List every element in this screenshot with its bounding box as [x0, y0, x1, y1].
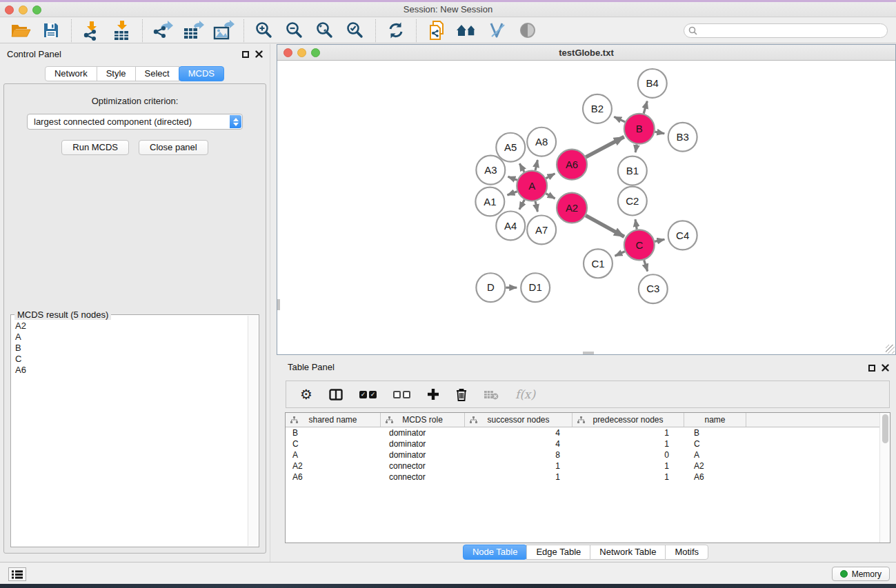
table-cell[interactable]: 1 — [573, 472, 684, 483]
table-cell[interactable]: dominator — [381, 449, 465, 460]
tab-network-table[interactable]: Network Table — [590, 545, 666, 560]
graph-edge-B-B4[interactable] — [644, 101, 647, 114]
memory-button[interactable]: Memory — [832, 567, 890, 581]
network-minimize-button[interactable] — [297, 48, 306, 57]
show-graphics-details-button[interactable] — [484, 19, 511, 42]
table-cell[interactable]: 1 — [573, 438, 684, 449]
tab-network[interactable]: Network — [45, 66, 97, 81]
table-row[interactable]: Adominator80A — [286, 449, 890, 460]
criterion-select[interactable]: largest connected component (directed) — [27, 114, 243, 130]
add-column-button[interactable] — [427, 388, 439, 401]
zoom-window-button[interactable] — [32, 6, 41, 14]
graph-node-A3[interactable]: A3 — [476, 156, 505, 185]
open-session-button[interactable] — [7, 19, 34, 42]
graph-edge-B-B2[interactable] — [614, 116, 625, 122]
graph-edge-A-A5[interactable] — [519, 163, 524, 172]
column-header-predecessor-nodes[interactable]: predecessor nodes — [573, 413, 684, 427]
network-close-button[interactable] — [283, 48, 292, 57]
table-row[interactable]: Cdominator41C — [286, 438, 890, 449]
graph-node-A[interactable]: A — [517, 171, 547, 201]
graph-edge-C-C3[interactable] — [644, 260, 648, 271]
graph-node-A2[interactable]: A2 — [557, 193, 587, 223]
graph-node-A8[interactable]: A8 — [527, 128, 556, 156]
run-mcds-button[interactable]: Run MCDS — [61, 140, 129, 155]
search-input[interactable] — [684, 23, 888, 38]
function-builder-button[interactable]: f(x) — [515, 387, 535, 401]
zoom-selected-button[interactable] — [341, 19, 369, 42]
mcds-list-scrollbar[interactable] — [248, 316, 258, 546]
table-cell[interactable]: A6 — [286, 472, 381, 483]
graph-edge-A2-C[interactable] — [586, 216, 624, 237]
table-cell[interactable]: connector — [381, 472, 465, 483]
zoom-in-button[interactable] — [250, 19, 278, 42]
canvas-left-scroll-nub[interactable] — [277, 299, 280, 310]
table-cell[interactable]: 4 — [465, 438, 573, 449]
mcds-result-item[interactable]: C — [12, 354, 247, 365]
show-panels-list-button[interactable] — [8, 567, 26, 581]
table-cell[interactable]: A6 — [684, 472, 746, 483]
table-cell[interactable]: A — [286, 449, 381, 460]
table-cell[interactable]: C — [286, 438, 381, 449]
table-cell[interactable]: dominator — [381, 438, 465, 449]
birdseye-view-button[interactable] — [514, 19, 541, 42]
graph-edge-C-C1[interactable] — [615, 252, 625, 256]
graph-node-B1[interactable]: B1 — [618, 156, 647, 185]
import-network-button[interactable] — [78, 19, 106, 42]
graph-node-A5[interactable]: A5 — [496, 133, 525, 162]
graph-edge-C-C2[interactable] — [635, 219, 637, 230]
close-panel-icon[interactable] — [255, 50, 263, 58]
table-cell[interactable]: B — [684, 427, 746, 438]
graph-edge-A-A1[interactable] — [508, 192, 517, 195]
close-table-panel-icon[interactable] — [882, 364, 889, 372]
window-resize-grip[interactable] — [886, 345, 895, 354]
column-header-mcds-role[interactable]: MCDS role — [381, 413, 465, 427]
first-neighbors-button[interactable] — [453, 19, 481, 42]
zoom-fit-button[interactable] — [311, 19, 339, 42]
graph-node-B[interactable]: B — [624, 114, 655, 144]
delete-column-button[interactable] — [456, 388, 467, 401]
mcds-result-item[interactable]: A2 — [12, 321, 247, 332]
table-row[interactable]: A2connector11A2 — [286, 460, 890, 472]
tab-node-table[interactable]: Node Table — [463, 545, 528, 560]
export-network-button[interactable] — [149, 19, 177, 42]
select-all-checks-button[interactable]: ✓✓ — [359, 391, 377, 398]
graph-node-A4[interactable]: A4 — [496, 211, 525, 240]
network-zoom-button[interactable] — [311, 48, 320, 57]
table-row[interactable]: A6connector11A6 — [286, 472, 890, 483]
tab-select[interactable]: Select — [135, 66, 179, 81]
minimize-window-button[interactable] — [19, 6, 28, 14]
mcds-result-item[interactable]: B — [12, 343, 247, 354]
graph-node-B2[interactable]: B2 — [583, 94, 612, 123]
graph-node-A7[interactable]: A7 — [527, 215, 556, 244]
graph-edge-A-A7[interactable] — [535, 201, 537, 212]
graph-edge-A-A2[interactable] — [546, 194, 555, 199]
graph-node-A1[interactable]: A1 — [475, 187, 504, 216]
network-canvas[interactable]: AA1A2A3A4A5A6A7A8BB1B2B3B4CC1C2C3C4DD1 — [277, 61, 895, 354]
graph-node-C4[interactable]: C4 — [668, 221, 697, 250]
deselect-all-checks-button[interactable] — [393, 391, 410, 398]
graph-edge-A-A8[interactable] — [535, 160, 537, 170]
graph-node-C2[interactable]: C2 — [618, 187, 647, 216]
graph-node-B4[interactable]: B4 — [638, 69, 667, 98]
table-cell[interactable]: 1 — [573, 427, 684, 438]
table-cell[interactable]: A2 — [684, 460, 746, 472]
close-window-button[interactable] — [5, 6, 14, 14]
table-cell[interactable]: dominator — [381, 427, 465, 438]
show-column-button[interactable] — [329, 389, 343, 401]
graph-node-C[interactable]: C — [624, 230, 655, 260]
column-header-shared-name[interactable]: shared name — [286, 413, 381, 427]
export-table-button[interactable] — [179, 19, 207, 42]
table-cell[interactable]: 8 — [465, 449, 573, 460]
refresh-button[interactable] — [382, 19, 410, 42]
save-session-button[interactable] — [37, 19, 65, 42]
duplicate-network-button[interactable] — [423, 19, 450, 42]
import-table-button[interactable] — [108, 19, 136, 42]
graph-edge-A-A4[interactable] — [519, 200, 524, 210]
table-cell[interactable]: 4 — [465, 427, 573, 438]
tab-style[interactable]: Style — [97, 66, 136, 81]
export-image-button[interactable] — [210, 19, 237, 42]
float-panel-icon[interactable] — [242, 51, 249, 58]
tab-mcds[interactable]: MCDS — [179, 66, 224, 81]
column-header-successor-nodes[interactable]: successor nodes — [465, 413, 573, 427]
table-cell[interactable]: 0 — [573, 449, 684, 460]
